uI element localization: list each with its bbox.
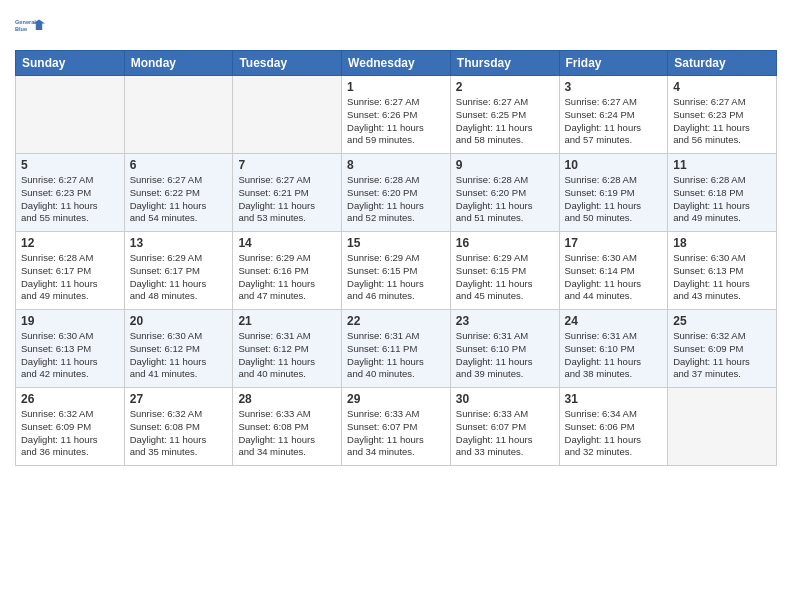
calendar-day-cell: 17Sunrise: 6:30 AM Sunset: 6:14 PM Dayli… [559,232,668,310]
day-number: 25 [673,314,771,328]
day-info: Sunrise: 6:32 AM Sunset: 6:09 PM Dayligh… [673,330,771,381]
calendar-day-cell [233,76,342,154]
day-info: Sunrise: 6:30 AM Sunset: 6:13 PM Dayligh… [21,330,119,381]
day-of-week-header: Sunday [16,51,125,76]
day-number: 11 [673,158,771,172]
day-number: 7 [238,158,336,172]
calendar-day-cell: 6Sunrise: 6:27 AM Sunset: 6:22 PM Daylig… [124,154,233,232]
calendar-day-cell [668,388,777,466]
calendar-day-cell: 25Sunrise: 6:32 AM Sunset: 6:09 PM Dayli… [668,310,777,388]
calendar-week-row: 5Sunrise: 6:27 AM Sunset: 6:23 PM Daylig… [16,154,777,232]
day-info: Sunrise: 6:28 AM Sunset: 6:19 PM Dayligh… [565,174,663,225]
calendar-day-cell: 15Sunrise: 6:29 AM Sunset: 6:15 PM Dayli… [342,232,451,310]
day-number: 26 [21,392,119,406]
day-number: 14 [238,236,336,250]
day-of-week-header: Monday [124,51,233,76]
calendar-day-cell: 1Sunrise: 6:27 AM Sunset: 6:26 PM Daylig… [342,76,451,154]
day-of-week-header: Thursday [450,51,559,76]
day-number: 22 [347,314,445,328]
day-info: Sunrise: 6:31 AM Sunset: 6:12 PM Dayligh… [238,330,336,381]
calendar-day-cell: 5Sunrise: 6:27 AM Sunset: 6:23 PM Daylig… [16,154,125,232]
logo: GeneralBlue [15,10,47,42]
day-number: 27 [130,392,228,406]
day-number: 4 [673,80,771,94]
calendar-week-row: 19Sunrise: 6:30 AM Sunset: 6:13 PM Dayli… [16,310,777,388]
calendar-day-cell: 3Sunrise: 6:27 AM Sunset: 6:24 PM Daylig… [559,76,668,154]
day-info: Sunrise: 6:29 AM Sunset: 6:15 PM Dayligh… [347,252,445,303]
calendar-day-cell: 4Sunrise: 6:27 AM Sunset: 6:23 PM Daylig… [668,76,777,154]
day-number: 17 [565,236,663,250]
calendar-day-cell: 21Sunrise: 6:31 AM Sunset: 6:12 PM Dayli… [233,310,342,388]
day-info: Sunrise: 6:27 AM Sunset: 6:23 PM Dayligh… [673,96,771,147]
calendar-day-cell: 22Sunrise: 6:31 AM Sunset: 6:11 PM Dayli… [342,310,451,388]
day-number: 9 [456,158,554,172]
day-info: Sunrise: 6:27 AM Sunset: 6:25 PM Dayligh… [456,96,554,147]
day-info: Sunrise: 6:27 AM Sunset: 6:26 PM Dayligh… [347,96,445,147]
calendar-day-cell: 14Sunrise: 6:29 AM Sunset: 6:16 PM Dayli… [233,232,342,310]
day-info: Sunrise: 6:33 AM Sunset: 6:07 PM Dayligh… [347,408,445,459]
day-number: 23 [456,314,554,328]
day-info: Sunrise: 6:27 AM Sunset: 6:23 PM Dayligh… [21,174,119,225]
calendar-table: SundayMondayTuesdayWednesdayThursdayFrid… [15,50,777,466]
day-number: 12 [21,236,119,250]
calendar-week-row: 26Sunrise: 6:32 AM Sunset: 6:09 PM Dayli… [16,388,777,466]
day-info: Sunrise: 6:30 AM Sunset: 6:14 PM Dayligh… [565,252,663,303]
day-number: 8 [347,158,445,172]
calendar-week-row: 1Sunrise: 6:27 AM Sunset: 6:26 PM Daylig… [16,76,777,154]
calendar-day-cell: 20Sunrise: 6:30 AM Sunset: 6:12 PM Dayli… [124,310,233,388]
svg-text:General: General [15,19,36,25]
calendar-day-cell: 13Sunrise: 6:29 AM Sunset: 6:17 PM Dayli… [124,232,233,310]
day-number: 29 [347,392,445,406]
day-info: Sunrise: 6:28 AM Sunset: 6:17 PM Dayligh… [21,252,119,303]
day-info: Sunrise: 6:29 AM Sunset: 6:15 PM Dayligh… [456,252,554,303]
day-info: Sunrise: 6:28 AM Sunset: 6:20 PM Dayligh… [347,174,445,225]
calendar-day-cell: 28Sunrise: 6:33 AM Sunset: 6:08 PM Dayli… [233,388,342,466]
day-number: 24 [565,314,663,328]
day-number: 13 [130,236,228,250]
day-info: Sunrise: 6:27 AM Sunset: 6:24 PM Dayligh… [565,96,663,147]
day-info: Sunrise: 6:30 AM Sunset: 6:12 PM Dayligh… [130,330,228,381]
calendar-header-row: SundayMondayTuesdayWednesdayThursdayFrid… [16,51,777,76]
day-number: 2 [456,80,554,94]
day-number: 1 [347,80,445,94]
day-of-week-header: Wednesday [342,51,451,76]
day-of-week-header: Saturday [668,51,777,76]
logo-icon: GeneralBlue [15,10,47,42]
day-info: Sunrise: 6:33 AM Sunset: 6:07 PM Dayligh… [456,408,554,459]
day-number: 3 [565,80,663,94]
calendar-day-cell: 29Sunrise: 6:33 AM Sunset: 6:07 PM Dayli… [342,388,451,466]
day-number: 21 [238,314,336,328]
page-container: GeneralBlue SundayMondayTuesdayWednesday… [0,0,792,612]
calendar-day-cell: 16Sunrise: 6:29 AM Sunset: 6:15 PM Dayli… [450,232,559,310]
calendar-day-cell: 12Sunrise: 6:28 AM Sunset: 6:17 PM Dayli… [16,232,125,310]
calendar-day-cell: 31Sunrise: 6:34 AM Sunset: 6:06 PM Dayli… [559,388,668,466]
calendar-week-row: 12Sunrise: 6:28 AM Sunset: 6:17 PM Dayli… [16,232,777,310]
day-number: 6 [130,158,228,172]
day-info: Sunrise: 6:29 AM Sunset: 6:16 PM Dayligh… [238,252,336,303]
day-info: Sunrise: 6:29 AM Sunset: 6:17 PM Dayligh… [130,252,228,303]
day-info: Sunrise: 6:31 AM Sunset: 6:10 PM Dayligh… [456,330,554,381]
day-number: 15 [347,236,445,250]
day-info: Sunrise: 6:28 AM Sunset: 6:18 PM Dayligh… [673,174,771,225]
day-info: Sunrise: 6:33 AM Sunset: 6:08 PM Dayligh… [238,408,336,459]
calendar-day-cell: 9Sunrise: 6:28 AM Sunset: 6:20 PM Daylig… [450,154,559,232]
calendar-day-cell [124,76,233,154]
calendar-day-cell: 26Sunrise: 6:32 AM Sunset: 6:09 PM Dayli… [16,388,125,466]
header: GeneralBlue [15,10,777,42]
calendar-day-cell: 7Sunrise: 6:27 AM Sunset: 6:21 PM Daylig… [233,154,342,232]
day-number: 30 [456,392,554,406]
calendar-day-cell [16,76,125,154]
calendar-day-cell: 23Sunrise: 6:31 AM Sunset: 6:10 PM Dayli… [450,310,559,388]
calendar-day-cell: 11Sunrise: 6:28 AM Sunset: 6:18 PM Dayli… [668,154,777,232]
calendar-day-cell: 27Sunrise: 6:32 AM Sunset: 6:08 PM Dayli… [124,388,233,466]
day-info: Sunrise: 6:31 AM Sunset: 6:11 PM Dayligh… [347,330,445,381]
svg-text:Blue: Blue [15,26,27,32]
day-info: Sunrise: 6:34 AM Sunset: 6:06 PM Dayligh… [565,408,663,459]
day-number: 5 [21,158,119,172]
day-of-week-header: Tuesday [233,51,342,76]
day-info: Sunrise: 6:27 AM Sunset: 6:22 PM Dayligh… [130,174,228,225]
day-info: Sunrise: 6:32 AM Sunset: 6:08 PM Dayligh… [130,408,228,459]
day-of-week-header: Friday [559,51,668,76]
day-info: Sunrise: 6:31 AM Sunset: 6:10 PM Dayligh… [565,330,663,381]
day-number: 10 [565,158,663,172]
